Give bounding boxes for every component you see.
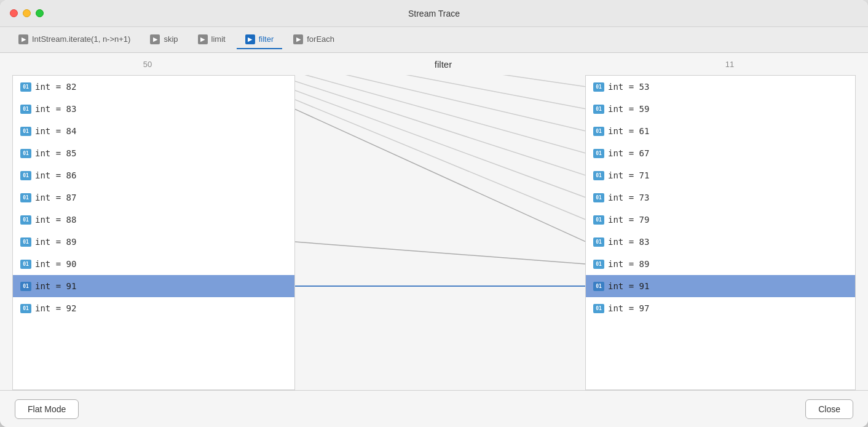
svg-line-3 (295, 75, 585, 153)
type-badge: 01 (593, 82, 604, 92)
type-badge: 01 (20, 127, 31, 136)
right-list-item[interactable]: 01int = 97 (586, 297, 855, 319)
left-list-item[interactable]: 01int = 87 (13, 186, 294, 209)
svg-line-7 (295, 109, 585, 242)
item-text: int = 83 (608, 237, 649, 247)
item-text: int = 91 (608, 281, 649, 291)
tab-icon-filter: ▶ (245, 34, 255, 44)
left-list-item[interactable]: 01int = 89 (13, 231, 294, 253)
type-badge: 01 (593, 282, 604, 291)
tab-foreach[interactable]: ▶ forEach (285, 31, 343, 49)
flat-mode-button[interactable]: Flat Mode (15, 399, 79, 419)
left-column-header: 50 (0, 60, 295, 69)
item-text: int = 91 (35, 281, 76, 291)
item-text: int = 88 (35, 215, 76, 225)
lines-canvas (295, 75, 585, 390)
item-text: int = 97 (608, 303, 649, 313)
svg-line-4 (295, 81, 585, 175)
tabs-bar: ▶ IntStream.iterate(1, n->n+1) ▶ skip ▶ … (0, 27, 868, 53)
main-window: Stream Trace ▶ IntStream.iterate(1, n->n… (0, 0, 868, 427)
type-badge: 01 (593, 215, 604, 225)
item-text: int = 82 (35, 82, 76, 92)
left-column-count: 50 (143, 60, 152, 69)
left-list-item[interactable]: 01int = 86 (13, 164, 294, 186)
left-list-item[interactable]: 01int = 83 (13, 98, 294, 120)
left-list-item[interactable]: 01int = 88 (13, 209, 294, 231)
type-badge: 01 (20, 193, 31, 202)
tab-label-limit: limit (211, 34, 226, 44)
left-list-item[interactable]: 01int = 91 (13, 275, 294, 297)
left-list-panel[interactable]: 01int = 8201int = 8301int = 8401int = 85… (12, 75, 295, 390)
close-window-button[interactable] (10, 9, 18, 17)
tab-icon-foreach: ▶ (293, 34, 303, 44)
right-list-item[interactable]: 01int = 61 (586, 120, 855, 142)
type-badge: 01 (20, 237, 31, 247)
tab-filter[interactable]: ▶ filter (237, 31, 283, 49)
tab-limit[interactable]: ▶ limit (189, 31, 234, 49)
item-text: int = 90 (35, 259, 76, 269)
tab-label-foreach: forEach (307, 34, 334, 44)
right-list-panel[interactable]: 01int = 5301int = 5901int = 6101int = 67… (585, 75, 856, 390)
right-column-header: 11 (591, 60, 868, 69)
type-badge: 01 (593, 304, 604, 313)
item-text: int = 79 (608, 215, 649, 225)
tab-skip[interactable]: ▶ skip (141, 31, 186, 49)
type-badge: 01 (20, 149, 31, 158)
center-column-header: filter (295, 59, 591, 70)
left-list-item[interactable]: 01int = 82 (13, 76, 294, 98)
right-list-item[interactable]: 01int = 59 (586, 98, 855, 120)
center-title: filter (435, 59, 452, 70)
item-text: int = 67 (608, 148, 649, 158)
item-text: int = 71 (608, 170, 649, 180)
right-list-item[interactable]: 01int = 91 (586, 275, 855, 297)
minimize-window-button[interactable] (23, 9, 31, 17)
right-list-item[interactable]: 01int = 73 (586, 186, 855, 209)
tab-label-filter: filter (259, 34, 274, 44)
type-badge: 01 (20, 282, 31, 291)
type-badge: 01 (20, 171, 31, 180)
tab-icon-intstream: ▶ (18, 34, 28, 44)
svg-line-2 (295, 75, 585, 131)
svg-line-5 (295, 90, 585, 198)
item-text: int = 86 (35, 170, 76, 180)
right-list-item[interactable]: 01int = 67 (586, 142, 855, 164)
svg-line-6 (295, 100, 585, 220)
item-text: int = 73 (608, 193, 649, 202)
close-button[interactable]: Close (805, 399, 853, 419)
left-list-item[interactable]: 01int = 85 (13, 142, 294, 164)
right-list-item[interactable]: 01int = 53 (586, 76, 855, 98)
item-text: int = 83 (35, 104, 76, 114)
tab-label-intstream: IntStream.iterate(1, n->n+1) (32, 34, 130, 44)
item-text: int = 85 (35, 148, 76, 158)
left-list-item[interactable]: 01int = 84 (13, 120, 294, 142)
type-badge: 01 (593, 127, 604, 136)
maximize-window-button[interactable] (36, 9, 44, 17)
tab-intstream[interactable]: ▶ IntStream.iterate(1, n->n+1) (10, 31, 139, 49)
right-list-item[interactable]: 01int = 89 (586, 253, 855, 275)
left-list-item[interactable]: 01int = 92 (13, 297, 294, 319)
type-badge: 01 (593, 260, 604, 269)
footer: Flat Mode Close (0, 390, 868, 427)
right-list-item[interactable]: 01int = 83 (586, 231, 855, 253)
item-text: int = 53 (608, 82, 649, 92)
item-text: int = 61 (608, 126, 649, 136)
columns-area: 01int = 8201int = 8301int = 8401int = 85… (0, 75, 868, 390)
item-text: int = 84 (35, 126, 76, 136)
item-text: int = 89 (35, 237, 76, 247)
svg-line-8 (295, 242, 585, 264)
tab-label-skip: skip (164, 34, 178, 44)
window-title: Stream Trace (408, 9, 460, 18)
right-list-item[interactable]: 01int = 79 (586, 209, 855, 231)
right-list-item[interactable]: 01int = 71 (586, 164, 855, 186)
connection-lines-svg (295, 75, 585, 390)
right-column-count: 11 (725, 60, 734, 69)
type-badge: 01 (20, 304, 31, 313)
type-badge: 01 (593, 193, 604, 202)
columns-header: 50 filter 11 (0, 53, 868, 75)
type-badge: 01 (20, 82, 31, 92)
type-badge: 01 (593, 105, 604, 114)
left-list-item[interactable]: 01int = 90 (13, 253, 294, 275)
tab-icon-limit: ▶ (198, 34, 208, 44)
title-bar: Stream Trace (0, 0, 868, 27)
traffic-lights (10, 9, 44, 17)
